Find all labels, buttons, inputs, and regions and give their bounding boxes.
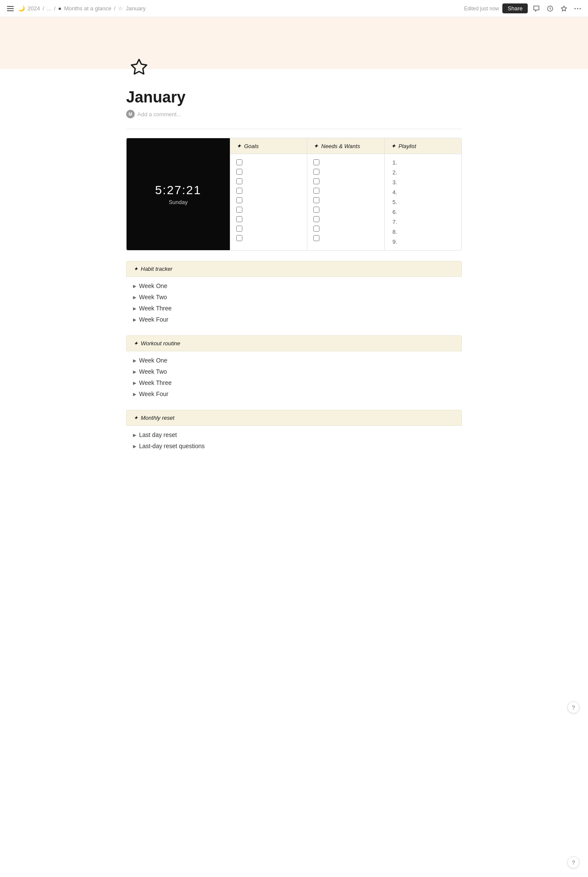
habit-week-one-triangle: ▶ <box>133 284 136 288</box>
goals-checkbox-4[interactable] <box>236 188 242 194</box>
hamburger-menu[interactable] <box>5 4 15 13</box>
playlist-item-3: 3. <box>393 179 455 186</box>
needs-wants-block: ✦ Needs & Wants <box>307 138 384 250</box>
playlist-item-8: 8. <box>393 229 455 235</box>
goals-checkbox-9[interactable] <box>236 235 242 241</box>
workout-week-three-triangle: ▶ <box>133 381 136 385</box>
goals-checkbox-2[interactable] <box>236 169 242 175</box>
playlist-header: ✦ Playlist <box>385 138 461 154</box>
comment-avatar: M <box>126 110 135 118</box>
habit-week-four[interactable]: ▶ Week Four <box>126 314 462 325</box>
habit-tracker-title: Habit tracker <box>141 266 173 272</box>
habit-week-one[interactable]: ▶ Week One <box>126 280 462 291</box>
playlist-numbered-list: 1. 2. 3. 4. 5. 6. 7. 8. 9. <box>391 159 455 245</box>
goals-checkbox-8[interactable] <box>236 226 242 232</box>
comment-row[interactable]: M Add a comment... <box>126 110 462 118</box>
content-divider <box>126 129 462 129</box>
last-day-reset-questions-triangle: ▶ <box>133 444 136 449</box>
needs-item-4 <box>313 188 378 194</box>
breadcrumb-january[interactable]: January <box>126 5 145 12</box>
playlist-item-5: 5. <box>393 199 455 205</box>
playlist-sparkle-icon: ✦ <box>391 143 396 149</box>
habit-week-three[interactable]: ▶ Week Three <box>126 303 462 314</box>
more-options-button[interactable] <box>573 6 583 11</box>
playlist-item-4: 4. <box>393 189 455 195</box>
habit-week-two[interactable]: ▶ Week Two <box>126 291 462 303</box>
goals-item-8 <box>236 226 301 232</box>
needs-checkbox-7[interactable] <box>313 216 319 222</box>
habit-week-two-label: Week Two <box>139 294 167 301</box>
share-button[interactable]: Share <box>502 3 528 13</box>
needs-checkbox-3[interactable] <box>313 178 319 184</box>
needs-checkbox-9[interactable] <box>313 235 319 241</box>
workout-routine-section: ✦ Workout routine ▶ Week One ▶ Week Two … <box>126 335 462 403</box>
workout-week-four[interactable]: ▶ Week Four <box>126 388 462 400</box>
needs-checkbox-5[interactable] <box>313 197 319 203</box>
needs-checkbox-4[interactable] <box>313 188 319 194</box>
needs-checkbox-6[interactable] <box>313 207 319 213</box>
clock-day: Sunday <box>169 199 188 205</box>
playlist-block: ✦ Playlist 1. 2. 3. 4. 5. 6. 7. 8. 9. <box>384 138 461 250</box>
comment-placeholder[interactable]: Add a comment... <box>137 111 181 118</box>
playlist-item-6: 6. <box>393 209 455 215</box>
goals-checkbox-3[interactable] <box>236 178 242 184</box>
page-content: January M Add a comment... 5:27:21 Sunda… <box>100 56 488 483</box>
needs-item-2 <box>313 169 378 175</box>
page-icon[interactable] <box>126 56 462 83</box>
breadcrumb-ellipsis[interactable]: ... <box>47 5 52 12</box>
goals-sparkle-icon: ✦ <box>236 143 241 149</box>
workout-sparkle-icon: ✦ <box>133 340 138 347</box>
workout-routine-header: ✦ Workout routine <box>126 335 462 351</box>
habit-week-two-triangle: ▶ <box>133 295 136 300</box>
workout-week-two-label: Week Two <box>139 368 167 375</box>
goals-item-4 <box>236 188 301 194</box>
workout-week-two[interactable]: ▶ Week Two <box>126 366 462 377</box>
habit-tracker-body: ▶ Week One ▶ Week Two ▶ Week Three ▶ Wee… <box>126 277 462 328</box>
habit-week-four-label: Week Four <box>139 316 168 323</box>
workout-week-three[interactable]: ▶ Week Three <box>126 377 462 388</box>
breadcrumb-months[interactable]: Months at a glance <box>64 5 111 12</box>
needs-checkbox-1[interactable] <box>313 159 319 165</box>
playlist-item-9: 9. <box>393 239 455 245</box>
clock-icon-button[interactable] <box>545 3 555 14</box>
star-icon-button[interactable] <box>559 3 569 14</box>
habit-tracker-header: ✦ Habit tracker <box>126 261 462 277</box>
goals-item-5 <box>236 197 301 203</box>
needs-checkbox-8[interactable] <box>313 226 319 232</box>
breadcrumb-sep-2: / <box>54 5 56 12</box>
comment-icon-button[interactable] <box>531 3 542 14</box>
last-day-reset-questions[interactable]: ▶ Last-day reset questions <box>126 440 462 452</box>
goals-checkbox-6[interactable] <box>236 207 242 213</box>
navbar-right: Edited just now Share <box>464 3 583 14</box>
goals-checkbox-1[interactable] <box>236 159 242 165</box>
goals-body <box>230 154 307 250</box>
months-icon: ● <box>58 5 62 12</box>
goals-checkbox-7[interactable] <box>236 216 242 222</box>
workout-week-one[interactable]: ▶ Week One <box>126 355 462 366</box>
workout-routine-title: Workout routine <box>141 340 180 347</box>
habit-sparkle-icon: ✦ <box>133 266 138 272</box>
workout-routine-body: ▶ Week One ▶ Week Two ▶ Week Three ▶ Wee… <box>126 351 462 403</box>
breadcrumb-2024[interactable]: 2024 <box>28 5 40 12</box>
clock-time: 5:27:21 <box>155 183 201 197</box>
breadcrumb-sep-1: / <box>43 5 44 12</box>
edited-status: Edited just now <box>464 6 499 12</box>
habit-week-four-triangle: ▶ <box>133 317 136 322</box>
monthly-reset-section: ✦ Monthly reset ▶ Last day reset ▶ Last-… <box>126 410 462 455</box>
navbar: 🌙 2024 / ... / ● Months at a glance / ☆ … <box>0 0 588 17</box>
needs-checkbox-list <box>313 159 378 241</box>
playlist-item-7: 7. <box>393 219 455 225</box>
habit-week-three-triangle: ▶ <box>133 306 136 311</box>
svg-point-1 <box>575 8 576 9</box>
playlist-body: 1. 2. 3. 4. 5. 6. 7. 8. 9. <box>385 154 461 250</box>
goals-item-9 <box>236 235 301 241</box>
last-day-reset[interactable]: ▶ Last day reset <box>126 429 462 440</box>
habit-week-three-label: Week Three <box>139 305 172 312</box>
page-title: January <box>126 88 462 106</box>
main-grid: 5:27:21 Sunday ✦ Goals <box>126 138 462 251</box>
needs-checkbox-2[interactable] <box>313 169 319 175</box>
needs-item-7 <box>313 216 378 222</box>
needs-item-6 <box>313 207 378 213</box>
goals-header: ✦ Goals <box>230 138 307 154</box>
goals-checkbox-5[interactable] <box>236 197 242 203</box>
